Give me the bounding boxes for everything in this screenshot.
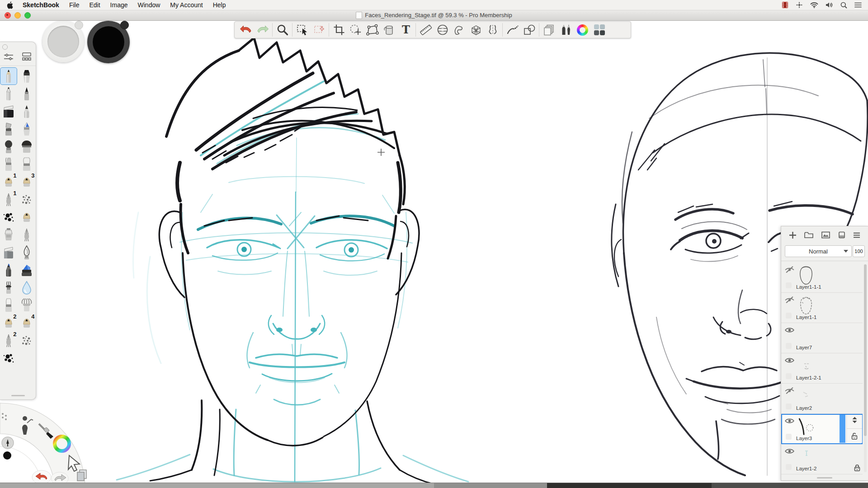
brush-scatter[interactable]: [18, 191, 35, 208]
minimize-button[interactable]: [14, 12, 21, 19]
visibility-off-icon[interactable]: [784, 387, 795, 395]
tool-brushes[interactable]: [557, 23, 574, 37]
brush-pencil-tan[interactable]: [18, 208, 35, 226]
brush-pencil-tan[interactable]: 3: [18, 173, 35, 191]
brush-marker-blue[interactable]: [0, 261, 17, 279]
visibility-on-icon[interactable]: [784, 357, 795, 365]
tool-color-wheel[interactable]: [574, 23, 591, 37]
panel-menu-icon[interactable]: [853, 232, 860, 240]
visibility-on-icon[interactable]: [784, 447, 795, 455]
brush-flame[interactable]: [18, 244, 35, 261]
layers-panel-resize-handle[interactable]: [817, 477, 832, 479]
blend-mode-dropdown[interactable]: Normal: [785, 245, 852, 257]
close-button[interactable]: [5, 12, 11, 19]
brush-size-puck[interactable]: [2, 437, 14, 449]
apple-menu[interactable]: [0, 1, 18, 9]
layer-row[interactable]: Layer1-1-1: [781, 263, 863, 293]
layers-scrollbar-thumb[interactable]: [864, 264, 867, 436]
menu-item-my-account[interactable]: My Account: [165, 0, 208, 10]
brush-scatter[interactable]: [18, 332, 35, 349]
brush-pencil-tan[interactable]: 2: [0, 314, 17, 332]
tool-steady-stroke[interactable]: [504, 23, 521, 37]
import-image-icon[interactable]: [821, 231, 830, 240]
tool-crop[interactable]: [330, 23, 347, 37]
brush-smudge[interactable]: [0, 138, 17, 155]
menu-list-icon[interactable]: [854, 2, 862, 8]
tool-fill[interactable]: [381, 23, 397, 37]
brush-flattip[interactable]: [0, 120, 17, 138]
tool-distort[interactable]: [364, 23, 381, 37]
tool-select[interactable]: [294, 23, 311, 37]
brush-nib[interactable]: [18, 226, 35, 244]
menu-item-edit[interactable]: Edit: [84, 0, 105, 10]
brush-flatbristle[interactable]: [18, 155, 35, 173]
brush-puck-surface[interactable]: [47, 26, 79, 57]
brush-bristle-small[interactable]: [0, 279, 17, 296]
visibility-off-icon[interactable]: [784, 266, 795, 274]
visibility-on-icon[interactable]: [784, 326, 795, 334]
layer-row[interactable]: Layer1-1: [781, 293, 863, 323]
tool-zoom[interactable]: [274, 23, 291, 37]
tool-redo[interactable]: [254, 23, 271, 37]
panel-collapse-dot[interactable]: [2, 44, 8, 50]
brush-chiselgray[interactable]: [0, 244, 17, 261]
eraser-icon[interactable]: [838, 231, 845, 240]
nav-arrows-icon[interactable]: [796, 1, 803, 9]
brush-pencil[interactable]: [0, 67, 17, 85]
brush-flatbrush[interactable]: [0, 296, 17, 314]
tool-french-curve[interactable]: [451, 23, 467, 37]
undo-button[interactable]: [32, 470, 51, 483]
brush-bristle[interactable]: [0, 155, 17, 173]
brush-settings-icon[interactable]: [4, 53, 14, 63]
tool-perspective[interactable]: [467, 23, 484, 37]
brush-roundbrush[interactable]: [18, 138, 35, 155]
wifi-icon[interactable]: [810, 2, 818, 8]
brush-nib[interactable]: 1: [0, 191, 17, 208]
zoom-window-button[interactable]: [24, 12, 31, 19]
layer-row[interactable]: Layer7: [781, 323, 863, 353]
brush-puck-tab[interactable]: [75, 21, 83, 29]
brush-airbrush[interactable]: [0, 226, 17, 244]
opacity-field[interactable]: 100: [853, 245, 865, 257]
search-icon[interactable]: [840, 2, 847, 9]
brush-splatter[interactable]: [0, 208, 17, 226]
brush-paintbrush-blue[interactable]: [18, 120, 35, 138]
brush-panel-resize-handle[interactable]: [11, 395, 25, 396]
layer-row[interactable]: Layer2: [781, 384, 863, 414]
brush-fanbrush[interactable]: [18, 296, 35, 314]
color-puck-tab[interactable]: [120, 21, 129, 29]
redo-button[interactable]: [51, 472, 68, 483]
brush-brushpen[interactable]: [18, 85, 35, 103]
tool-nudge[interactable]: [347, 23, 364, 37]
brush-feltpen[interactable]: [18, 103, 35, 120]
tool-undo[interactable]: [237, 23, 254, 37]
menu-item-help[interactable]: Help: [208, 0, 231, 10]
tool-transform-select[interactable]: [311, 23, 327, 37]
brush-pencil-tan[interactable]: 4: [18, 314, 35, 332]
menu-item-file[interactable]: File: [64, 0, 85, 10]
tool-text[interactable]: T: [397, 23, 414, 37]
menu-item-image[interactable]: Image: [105, 0, 133, 10]
volume-icon[interactable]: [826, 2, 833, 8]
brush-copic-blue[interactable]: [18, 261, 35, 279]
color-puck-surface[interactable]: [93, 26, 124, 58]
layer-row[interactable]: Layer1-2: [781, 444, 863, 474]
brush-ballpoint[interactable]: [0, 85, 17, 103]
group-folder-icon[interactable]: [804, 231, 813, 240]
layer-row[interactable]: Layer3: [781, 414, 863, 444]
brush-splatter[interactable]: [0, 349, 17, 367]
brush-puck[interactable]: [42, 21, 84, 62]
color-black-puck[interactable]: [3, 451, 11, 460]
recording-film-icon[interactable]: [782, 1, 788, 9]
unlock-icon[interactable]: [851, 432, 858, 441]
reorder-layer-icon[interactable]: [851, 416, 859, 426]
tool-ellipse-guide[interactable]: [434, 23, 451, 37]
add-layer-icon[interactable]: [789, 231, 797, 241]
brush-pencil-tan[interactable]: 1: [0, 173, 17, 191]
tool-symmetry[interactable]: [484, 23, 501, 37]
brush-sets-icon[interactable]: [21, 52, 32, 63]
brush-chiselblack[interactable]: [0, 103, 17, 120]
layer-row[interactable]: Layer1-2-1: [781, 353, 863, 384]
visibility-on-icon[interactable]: [784, 417, 795, 425]
brush-waterdrop[interactable]: [18, 279, 35, 296]
